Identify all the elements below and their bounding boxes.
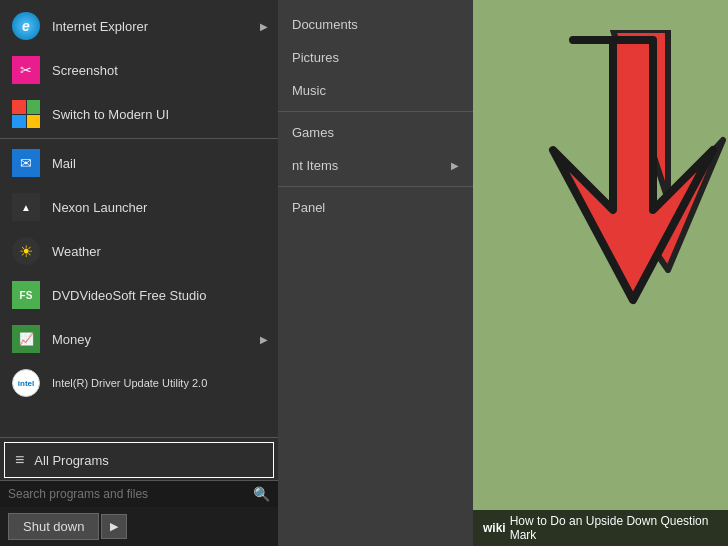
mail-logo: ✉ [12,149,40,177]
divider-2 [0,437,278,438]
app-item-dvd[interactable]: FS DVDVideoSoft Free Studio [0,273,278,317]
dvd-logo: FS [12,281,40,309]
weather-logo: ☀ [12,237,40,265]
all-programs-label: All Programs [34,453,108,468]
green-area: wiki How to Do an Upside Down Question M… [473,0,728,546]
right-panel-music[interactable]: Music [278,74,473,107]
screenshot-container: e Internet Explorer ▶ ✂ Screenshot [0,0,728,546]
wiki-bar: wiki How to Do an Upside Down Question M… [473,510,728,546]
switch-icon [10,98,42,130]
app-label-intel: Intel(R) Driver Update Utility 2.0 [52,377,207,389]
app-item-ie[interactable]: e Internet Explorer ▶ [0,4,278,48]
divider-1 [0,138,278,139]
bottom-bar: Shut down ▶ [0,507,278,546]
games-label: Games [292,125,334,140]
right-panel-divider-2 [278,186,473,187]
screenshot-icon: ✂ [10,54,42,86]
right-panel: Documents Pictures Music Games nt Items … [278,0,473,546]
app-item-mail[interactable]: ✉ Mail [0,141,278,185]
app-item-intel[interactable]: intel Intel(R) Driver Update Utility 2.0 [0,361,278,405]
right-panel-divider-1 [278,111,473,112]
switch-logo [12,100,40,128]
app-label-ie: Internet Explorer [52,19,148,34]
app-item-screenshot[interactable]: ✂ Screenshot [0,48,278,92]
recent-label: nt Items [292,158,338,173]
ie-logo: e [12,12,40,40]
recent-arrow: ▶ [451,160,459,171]
intel-logo: intel [12,369,40,397]
app-label-screenshot: Screenshot [52,63,118,78]
nexon-icon: ▲ [10,191,42,223]
app-item-nexon[interactable]: ▲ Nexon Launcher [0,185,278,229]
right-panel-games[interactable]: Games [278,116,473,149]
app-item-weather[interactable]: ☀ Weather [0,229,278,273]
app-item-switch[interactable]: Switch to Modern UI [0,92,278,136]
screenshot-logo: ✂ [12,56,40,84]
search-shutdown-row: 🔍 [0,480,278,507]
mail-icon: ✉ [10,147,42,179]
right-panel-panel[interactable]: Panel [278,191,473,224]
shutdown-button[interactable]: Shut down [8,513,99,540]
app-item-money[interactable]: 📈 Money ▶ [0,317,278,361]
svg-marker-1 [553,40,713,300]
start-menu: e Internet Explorer ▶ ✂ Screenshot [0,0,278,546]
dvd-icon: FS [10,279,42,311]
wiki-text: How to Do an Upside Down Question Mark [510,514,718,542]
all-programs-section[interactable]: ≡ All Programs [4,442,274,478]
ie-arrow: ▶ [260,21,268,32]
app-list: e Internet Explorer ▶ ✂ Screenshot [0,0,278,435]
intel-icon: intel [10,367,42,399]
right-panel-pictures[interactable]: Pictures [278,41,473,74]
search-bar: 🔍 [8,486,270,502]
pictures-label: Pictures [292,50,339,65]
right-panel-documents[interactable]: Documents [278,8,473,41]
nexon-logo: ▲ [12,193,40,221]
menu-lines-icon: ≡ [15,451,24,469]
money-icon: 📈 [10,323,42,355]
app-label-nexon: Nexon Launcher [52,200,147,215]
search-input[interactable] [8,487,253,501]
money-arrow: ▶ [260,334,268,345]
panel-label: Panel [292,200,325,215]
red-arrow [523,30,728,314]
ie-icon: e [10,10,42,42]
app-label-dvd: DVDVideoSoft Free Studio [52,288,206,303]
money-logo: 📈 [12,325,40,353]
app-label-weather: Weather [52,244,101,259]
weather-icon: ☀ [10,235,42,267]
search-icon: 🔍 [253,486,270,502]
documents-label: Documents [292,17,358,32]
shutdown-arrow-button[interactable]: ▶ [101,514,127,539]
app-label-mail: Mail [52,156,76,171]
music-label: Music [292,83,326,98]
wiki-logo: wiki [483,521,506,535]
app-label-money: Money [52,332,91,347]
right-panel-recent[interactable]: nt Items ▶ [278,149,473,182]
app-label-switch: Switch to Modern UI [52,107,169,122]
red-arrow-svg [523,30,728,310]
